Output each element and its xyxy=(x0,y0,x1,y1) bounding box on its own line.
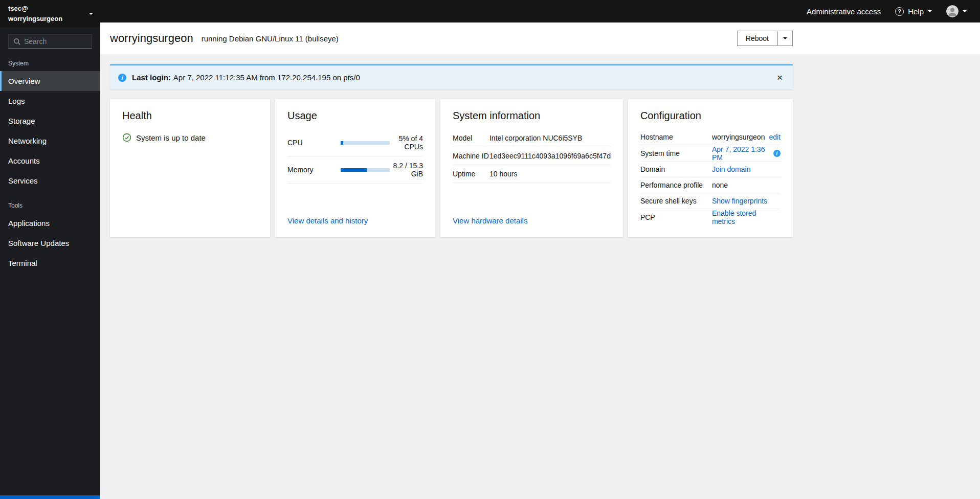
sidebar-item-overview[interactable]: Overview xyxy=(0,71,100,91)
session-menu[interactable] xyxy=(946,5,967,17)
sidebar-item-applications[interactable]: Applications xyxy=(0,213,100,233)
nav-section-tools: Tools xyxy=(0,191,100,213)
sidebar-nav: System Overview Logs Storage Networking … xyxy=(0,49,100,273)
hostname-label: Hostname xyxy=(640,133,712,141)
app-root: tsec@ worryingsurgeon System Overview Lo… xyxy=(0,0,980,499)
alert-message: Apr 7, 2022 11:12:35 AM from 172.20.254.… xyxy=(173,73,360,82)
usage-row-memory: Memory 8.2 / 15.3 GiB xyxy=(287,156,423,184)
enable-stored-metrics-link[interactable]: Enable stored metrics xyxy=(712,209,781,225)
last-login-alert: i Last login: Apr 7, 2022 11:12:35 AM fr… xyxy=(110,64,793,89)
sidebar-item-networking[interactable]: Networking xyxy=(0,131,100,151)
user-host-menu[interactable]: tsec@ worryingsurgeon xyxy=(0,0,100,27)
pcp-label: PCP xyxy=(640,213,712,221)
sidebar-bottom-bar xyxy=(0,495,100,499)
model-label: Model xyxy=(453,134,489,142)
config-row-system-time: System time Apr 7, 2022 1:36 PM i xyxy=(640,145,781,162)
nav-section-system: System xyxy=(0,49,100,71)
hostname-value: worryingsurgeon xyxy=(712,133,765,141)
usage-card: Usage CPU 5% of 4 CPUs Memory 8.2 / 15.3… xyxy=(275,99,435,237)
sidebar-item-software-updates[interactable]: Software Updates xyxy=(0,233,100,253)
search-icon xyxy=(13,38,20,45)
page-header: worryingsurgeon running Debian GNU/Linux… xyxy=(100,22,980,55)
usage-card-title: Usage xyxy=(287,110,423,122)
view-hardware-details-link[interactable]: View hardware details xyxy=(453,216,611,225)
os-description: running Debian GNU/Linux 11 (bullseye) xyxy=(202,34,339,43)
sidebar-item-accounts[interactable]: Accounts xyxy=(0,151,100,171)
health-status-row: System is up to date xyxy=(122,133,258,142)
configuration-card: Configuration Hostname worryingsurgeon e… xyxy=(628,99,793,237)
health-status-text: System is up to date xyxy=(136,133,206,142)
config-row-pcp: PCP Enable stored metrics xyxy=(640,209,781,225)
ssh-keys-label: Secure shell keys xyxy=(640,197,712,205)
cpu-value: 5% of 4 CPUs xyxy=(390,134,423,151)
user-host-label: tsec@ worryingsurgeon xyxy=(8,4,62,24)
search-input[interactable] xyxy=(24,37,87,46)
health-card-title: Health xyxy=(122,110,258,122)
performance-profile-label: Performance profile xyxy=(640,181,712,189)
help-icon: ? xyxy=(895,7,904,16)
config-row-hostname: Hostname worryingsurgeon edit xyxy=(640,129,781,145)
health-card: Health System is up to date xyxy=(110,99,270,237)
help-menu[interactable]: ? Help xyxy=(895,7,932,16)
sidebar-item-logs[interactable]: Logs xyxy=(0,91,100,111)
chevron-down-icon xyxy=(89,13,93,15)
view-details-history-link[interactable]: View details and history xyxy=(287,216,423,225)
config-row-performance-profile: Performance profile none xyxy=(640,177,781,193)
sidebar-item-storage[interactable]: Storage xyxy=(0,111,100,131)
reboot-dropdown-toggle[interactable] xyxy=(777,31,793,46)
show-fingerprints-link[interactable]: Show fingerprints xyxy=(712,197,767,205)
machine-id-label: Machine ID xyxy=(453,152,489,160)
config-row-domain: Domain Join domain xyxy=(640,162,781,177)
system-information-title: System information xyxy=(453,110,611,122)
system-time-info-icon[interactable]: i xyxy=(773,150,781,157)
info-icon: i xyxy=(118,74,126,82)
config-row-ssh-keys: Secure shell keys Show fingerprints xyxy=(640,193,781,209)
memory-progress-bar xyxy=(341,168,390,172)
uptime-value: 10 hours xyxy=(489,170,517,178)
overview-cards: Health System is up to date Usage CPU xyxy=(110,99,793,237)
domain-label: Domain xyxy=(640,165,712,173)
sidebar-item-services[interactable]: Services xyxy=(0,171,100,191)
check-circle-icon xyxy=(122,133,131,142)
system-time-link[interactable]: Apr 7, 2022 1:36 PM xyxy=(712,145,770,162)
user-name: tsec@ xyxy=(8,4,62,14)
chevron-down-icon xyxy=(928,10,932,12)
usage-row-cpu: CPU 5% of 4 CPUs xyxy=(287,129,423,156)
close-icon[interactable]: × xyxy=(775,73,785,82)
hostname-edit-link[interactable]: edit xyxy=(769,133,781,141)
memory-label: Memory xyxy=(287,166,341,174)
performance-profile-value: none xyxy=(712,181,728,189)
sysinfo-row-uptime: Uptime 10 hours xyxy=(453,165,611,183)
system-time-label: System time xyxy=(640,149,712,157)
cpu-label: CPU xyxy=(287,139,341,147)
join-domain-link[interactable]: Join domain xyxy=(712,165,751,173)
reboot-split-button: Reboot xyxy=(737,31,793,46)
alert-label: Last login: xyxy=(132,73,171,82)
sidebar-search xyxy=(8,34,92,49)
uptime-label: Uptime xyxy=(453,170,489,178)
chevron-down-icon xyxy=(783,37,787,39)
sidebar: tsec@ worryingsurgeon System Overview Lo… xyxy=(0,0,100,499)
memory-progress-fill xyxy=(341,168,367,172)
system-information-card: System information Model Intel corporati… xyxy=(440,99,623,237)
avatar xyxy=(946,5,959,17)
configuration-title: Configuration xyxy=(640,110,781,122)
masthead: Administrative access ? Help xyxy=(100,0,980,22)
reboot-button[interactable]: Reboot xyxy=(737,31,777,46)
sysinfo-row-machine-id: Machine ID 1ed3eec9111c4093a1096f69a6c5f… xyxy=(453,147,611,165)
host-name: worryingsurgeon xyxy=(8,14,62,24)
administrative-access-button[interactable]: Administrative access xyxy=(807,7,881,16)
machine-id-value: 1ed3eec9111c4093a1096f69a6c5f47d xyxy=(489,152,611,160)
chevron-down-icon xyxy=(963,10,967,12)
page-content: i Last login: Apr 7, 2022 11:12:35 AM fr… xyxy=(100,55,980,499)
main-area: Administrative access ? Help worryingsur… xyxy=(100,0,980,499)
sidebar-item-terminal[interactable]: Terminal xyxy=(0,253,100,273)
page-title: worryingsurgeon xyxy=(110,32,193,45)
cpu-progress-bar xyxy=(341,141,390,145)
help-label: Help xyxy=(908,7,924,16)
sysinfo-row-model: Model Intel corporation NUC6i5SYB xyxy=(453,129,611,147)
cpu-progress-fill xyxy=(341,141,343,145)
memory-value: 8.2 / 15.3 GiB xyxy=(390,162,423,178)
model-value: Intel corporation NUC6i5SYB xyxy=(489,134,582,142)
